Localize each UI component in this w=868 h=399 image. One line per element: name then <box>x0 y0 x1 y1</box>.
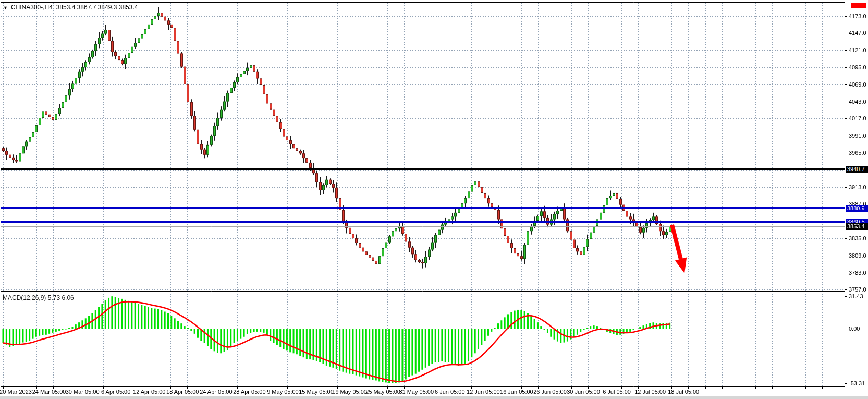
time-axis-label: 24 Apr 05:00 <box>200 389 232 395</box>
time-axis-label: 16 Jun 05:00 <box>500 389 533 395</box>
macd-axis-label: 0.00 <box>849 325 860 332</box>
price-axis-label: 3809.0 <box>849 252 866 259</box>
price-axis-label: 3913.0 <box>849 184 866 190</box>
price-axis-label: 4017.0 <box>849 115 866 122</box>
price-axis-label: 3783.0 <box>849 270 866 276</box>
macd-signal-value: 6.06 <box>62 294 74 301</box>
chart-window: ▼CHINA300-,H4 3853.4 3867.7 3849.3 3853.… <box>0 0 868 399</box>
time-axis-label: 24 Mar 05:00 <box>32 389 66 395</box>
price-axis-label: 3965.0 <box>849 150 866 156</box>
price-axis-label: 4069.0 <box>849 81 866 88</box>
price-axis-label: 4121.0 <box>849 47 866 53</box>
price-axis-label: 4095.0 <box>849 64 866 70</box>
time-axis-label: 30 Mar 05:00 <box>66 389 100 395</box>
time-axis-label: 12 Jun 05:00 <box>467 389 500 395</box>
time-axis-label: 12 Jul 05:00 <box>634 389 666 395</box>
price-tag: 3940.7 <box>846 166 868 173</box>
time-axis-label: 6 Jul 05:00 <box>603 389 631 395</box>
time-axis-label: 28 Apr 05:00 <box>233 389 265 395</box>
symbol-overlay: ▼CHINA300-,H4 3853.4 3867.7 3849.3 3853.… <box>3 4 138 11</box>
time-axis-label: 12 Apr 05:00 <box>133 389 165 395</box>
ohlc-values: 3853.4 3867.7 3849.3 3853.4 <box>56 4 138 11</box>
symbol-period-label: CHINA300-,H4 <box>11 4 53 11</box>
time-axis-label: 26 Jun 05:00 <box>533 389 567 395</box>
red-marker[interactable] <box>851 3 866 8</box>
price-tag: 3853.4 <box>846 223 868 230</box>
time-axis-label: 25 May 05:00 <box>365 389 400 395</box>
time-axis-label: 15 May 05:00 <box>299 389 334 395</box>
price-axis-label: 4147.0 <box>849 30 866 36</box>
time-axis-label: 18 Apr 05:00 <box>166 389 199 395</box>
macd-value: 5.73 <box>48 294 60 301</box>
window-bottom-strip <box>0 396 868 399</box>
macd-indicator-label: MACD(12,26,9) 5.73 6.06 <box>3 294 74 301</box>
time-axis-label: 9 May 05:00 <box>267 389 299 395</box>
price-tag: 3880.9 <box>846 205 868 212</box>
time-axis-label: 19 May 05:00 <box>332 389 367 395</box>
chevron-down-icon[interactable]: ▼ <box>3 5 8 10</box>
candlestick-chart[interactable] <box>0 0 868 399</box>
price-axis-label: 3835.0 <box>849 235 866 241</box>
time-axis-label: 18 Jul 05:00 <box>668 389 699 395</box>
price-axis-label: 3757.0 <box>849 286 866 293</box>
time-axis-label: 20 Mar 2023 <box>0 389 32 395</box>
macd-axis-label: 31.43 <box>849 293 863 299</box>
price-axis-label: 4173.0 <box>849 13 866 19</box>
price-axis-label: 4043.0 <box>849 99 866 105</box>
time-axis-label: 6 Apr 05:00 <box>101 389 130 395</box>
time-axis-label: 30 Jun 05:00 <box>567 389 600 395</box>
macd-axis-label: -53.31 <box>849 380 865 386</box>
price-axis-label: 3991.0 <box>849 132 866 139</box>
time-axis-label: 31 May 05:00 <box>399 389 434 395</box>
time-axis-label: 6 Jun 05:00 <box>435 389 465 395</box>
